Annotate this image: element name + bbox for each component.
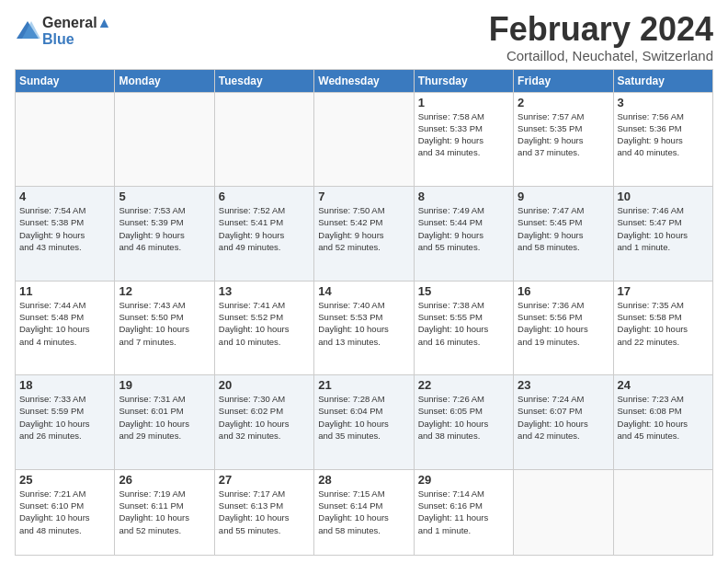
day-number: 19 [119,378,210,392]
day-number: 9 [518,190,609,203]
day-info: Sunrise: 7:40 AM Sunset: 5:53 PM Dayligh… [318,299,409,348]
table-row: 6Sunrise: 7:52 AM Sunset: 5:41 PM Daylig… [214,187,313,282]
calendar-table: Sunday Monday Tuesday Wednesday Thursday… [15,69,713,556]
day-info: Sunrise: 7:21 AM Sunset: 6:10 PM Dayligh… [19,488,110,536]
day-number: 28 [318,473,409,487]
table-row [613,469,712,555]
day-info: Sunrise: 7:17 AM Sunset: 6:13 PM Dayligh… [219,488,310,536]
day-info: Sunrise: 7:31 AM Sunset: 6:01 PM Dayligh… [119,393,210,442]
table-row: 14Sunrise: 7:40 AM Sunset: 5:53 PM Dayli… [314,281,414,375]
day-info: Sunrise: 7:52 AM Sunset: 5:41 PM Dayligh… [219,204,310,253]
day-number: 25 [19,473,110,487]
col-friday: Friday [514,69,613,92]
day-info: Sunrise: 7:24 AM Sunset: 6:07 PM Dayligh… [518,393,609,442]
table-row: 7Sunrise: 7:50 AM Sunset: 5:42 PM Daylig… [314,187,414,282]
table-row: 20Sunrise: 7:30 AM Sunset: 6:02 PM Dayli… [214,375,313,470]
table-row: 27Sunrise: 7:17 AM Sunset: 6:13 PM Dayli… [214,469,313,555]
table-row: 1Sunrise: 7:58 AM Sunset: 5:33 PM Daylig… [414,92,513,187]
table-row: 19Sunrise: 7:31 AM Sunset: 6:01 PM Dayli… [115,375,214,470]
table-row: 8Sunrise: 7:49 AM Sunset: 5:44 PM Daylig… [414,187,513,282]
table-row: 4Sunrise: 7:54 AM Sunset: 5:38 PM Daylig… [16,187,115,282]
table-row: 15Sunrise: 7:38 AM Sunset: 5:55 PM Dayli… [414,281,513,375]
day-number: 17 [618,284,709,298]
table-row: 21Sunrise: 7:28 AM Sunset: 6:04 PM Dayli… [314,375,414,470]
day-number: 20 [219,378,310,392]
title-area: February 2024 Cortaillod, Neuchatel, Swi… [489,11,713,63]
day-number: 7 [318,190,409,203]
table-row [16,92,115,187]
page: General▲ Blue February 2024 Cortaillod, … [0,0,728,563]
location: Cortaillod, Neuchatel, Switzerland [489,48,713,63]
col-sunday: Sunday [16,69,115,92]
col-tuesday: Tuesday [214,69,313,92]
day-number: 8 [418,190,509,203]
day-number: 29 [418,473,509,487]
table-row: 9Sunrise: 7:47 AM Sunset: 5:45 PM Daylig… [514,187,613,282]
table-row: 13Sunrise: 7:41 AM Sunset: 5:52 PM Dayli… [214,281,313,375]
table-row [115,92,214,187]
col-wednesday: Wednesday [314,69,414,92]
day-number: 22 [418,378,509,392]
table-row: 25Sunrise: 7:21 AM Sunset: 6:10 PM Dayli… [16,469,115,555]
day-info: Sunrise: 7:54 AM Sunset: 5:38 PM Dayligh… [19,204,110,253]
table-row: 11Sunrise: 7:44 AM Sunset: 5:48 PM Dayli… [16,281,115,375]
calendar-week-row: 25Sunrise: 7:21 AM Sunset: 6:10 PM Dayli… [16,469,713,555]
day-info: Sunrise: 7:58 AM Sunset: 5:33 PM Dayligh… [418,110,509,159]
day-number: 23 [518,378,609,392]
table-row: 16Sunrise: 7:36 AM Sunset: 5:56 PM Dayli… [514,281,613,375]
day-info: Sunrise: 7:26 AM Sunset: 6:05 PM Dayligh… [418,393,509,442]
table-row: 17Sunrise: 7:35 AM Sunset: 5:58 PM Dayli… [613,281,712,375]
table-row: 18Sunrise: 7:33 AM Sunset: 5:59 PM Dayli… [16,375,115,470]
calendar-week-row: 18Sunrise: 7:33 AM Sunset: 5:59 PM Dayli… [16,375,713,470]
day-number: 18 [19,378,110,392]
day-number: 2 [518,96,609,109]
table-row: 12Sunrise: 7:43 AM Sunset: 5:50 PM Dayli… [115,281,214,375]
table-row: 3Sunrise: 7:56 AM Sunset: 5:36 PM Daylig… [613,92,712,187]
day-info: Sunrise: 7:15 AM Sunset: 6:14 PM Dayligh… [318,488,409,536]
logo: General▲ Blue [15,15,111,48]
table-row: 10Sunrise: 7:46 AM Sunset: 5:47 PM Dayli… [613,187,712,282]
day-number: 27 [219,473,310,487]
day-info: Sunrise: 7:44 AM Sunset: 5:48 PM Dayligh… [19,299,110,348]
calendar-week-row: 11Sunrise: 7:44 AM Sunset: 5:48 PM Dayli… [16,281,713,375]
day-number: 14 [318,284,409,298]
day-info: Sunrise: 7:23 AM Sunset: 6:08 PM Dayligh… [618,393,709,442]
table-row: 26Sunrise: 7:19 AM Sunset: 6:11 PM Dayli… [115,469,214,555]
header: General▲ Blue February 2024 Cortaillod, … [15,11,713,63]
day-info: Sunrise: 7:38 AM Sunset: 5:55 PM Dayligh… [418,299,509,348]
day-number: 1 [418,96,509,109]
day-info: Sunrise: 7:50 AM Sunset: 5:42 PM Dayligh… [318,204,409,253]
table-row: 22Sunrise: 7:26 AM Sunset: 6:05 PM Dayli… [414,375,513,470]
day-info: Sunrise: 7:33 AM Sunset: 5:59 PM Dayligh… [19,393,110,442]
day-number: 24 [618,378,709,392]
day-number: 11 [19,284,110,298]
day-number: 3 [618,96,709,109]
day-info: Sunrise: 7:47 AM Sunset: 5:45 PM Dayligh… [518,204,609,253]
day-info: Sunrise: 7:57 AM Sunset: 5:35 PM Dayligh… [518,110,609,159]
day-info: Sunrise: 7:41 AM Sunset: 5:52 PM Dayligh… [219,299,310,348]
day-info: Sunrise: 7:49 AM Sunset: 5:44 PM Dayligh… [418,204,509,253]
table-row: 2Sunrise: 7:57 AM Sunset: 5:35 PM Daylig… [514,92,613,187]
table-row: 28Sunrise: 7:15 AM Sunset: 6:14 PM Dayli… [314,469,414,555]
table-row: 23Sunrise: 7:24 AM Sunset: 6:07 PM Dayli… [514,375,613,470]
calendar-week-row: 1Sunrise: 7:58 AM Sunset: 5:33 PM Daylig… [16,92,713,187]
table-row [314,92,414,187]
day-info: Sunrise: 7:53 AM Sunset: 5:39 PM Dayligh… [119,204,210,253]
day-number: 6 [219,190,310,203]
logo-icon [15,18,40,44]
table-row [514,469,613,555]
col-thursday: Thursday [414,69,513,92]
table-row [214,92,313,187]
calendar-header-row: Sunday Monday Tuesday Wednesday Thursday… [16,69,713,92]
day-info: Sunrise: 7:36 AM Sunset: 5:56 PM Dayligh… [518,299,609,348]
day-info: Sunrise: 7:56 AM Sunset: 5:36 PM Dayligh… [618,110,709,159]
day-info: Sunrise: 7:28 AM Sunset: 6:04 PM Dayligh… [318,393,409,442]
day-info: Sunrise: 7:35 AM Sunset: 5:58 PM Dayligh… [618,299,709,348]
day-info: Sunrise: 7:30 AM Sunset: 6:02 PM Dayligh… [219,393,310,442]
calendar-week-row: 4Sunrise: 7:54 AM Sunset: 5:38 PM Daylig… [16,187,713,282]
day-info: Sunrise: 7:43 AM Sunset: 5:50 PM Dayligh… [119,299,210,348]
day-info: Sunrise: 7:19 AM Sunset: 6:11 PM Dayligh… [119,488,210,536]
day-number: 4 [19,190,110,203]
day-number: 10 [618,190,709,203]
day-info: Sunrise: 7:14 AM Sunset: 6:16 PM Dayligh… [418,488,509,536]
